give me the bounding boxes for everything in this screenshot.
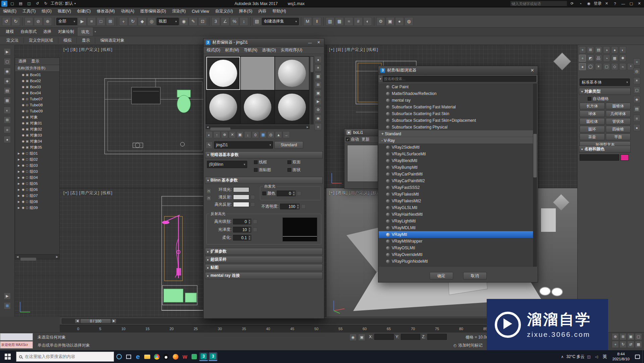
material-item[interactable]: VRayLightMtl <box>379 218 534 224</box>
mirror-icon[interactable]: M <box>303 17 312 26</box>
save-icon[interactable]: ◫ <box>25 0 33 7</box>
list-item[interactable]: ◉▣对象03 <box>15 132 59 138</box>
sample-slot[interactable] <box>206 91 240 124</box>
list-item[interactable]: ◉▣Box03 <box>15 84 59 90</box>
group-vray[interactable]: - V-Ray <box>379 137 534 144</box>
material-options-icon[interactable]: ⚙ <box>315 106 322 113</box>
list-item[interactable]: ◉▣Box04 <box>15 90 59 96</box>
orbit-icon[interactable]: ↻ <box>620 341 627 348</box>
workspace-combo[interactable]: 工作区: 默认▾ <box>51 1 76 6</box>
tray-volume-icon[interactable]: ◁ <box>593 353 600 360</box>
expand-arrow-icon[interactable]: ▶ <box>17 170 20 173</box>
unlink-selection-icon[interactable]: ⊘ <box>34 17 43 26</box>
expand-arrow-icon[interactable]: ▶ <box>17 194 20 197</box>
lock-ambient-diffuse-icon[interactable]: ⊓ <box>206 188 211 194</box>
menu-tools[interactable]: 工具(T) <box>19 7 39 15</box>
wire-checkbox[interactable]: 线框 <box>254 159 287 165</box>
zoom-extents-icon[interactable]: ▣ <box>627 333 634 340</box>
select-by-material-icon[interactable]: ◉ <box>315 115 322 122</box>
selection-lock-icon[interactable]: ▣ <box>358 334 365 341</box>
material-item[interactable]: VRayCarPaintMtl <box>379 171 534 177</box>
cancel-button[interactable]: 取消 <box>463 272 487 279</box>
me-menu-modes[interactable]: 模式(D) <box>204 47 223 54</box>
menu-animation[interactable]: 动画(A) <box>118 7 137 15</box>
explorer-hscrollbar[interactable]: ◀ ▶ <box>15 254 59 259</box>
select-and-move-icon[interactable]: ＋ <box>119 17 128 26</box>
visibility-icon[interactable]: ◉ <box>22 85 24 89</box>
mental-ray-rollout[interactable]: ▸mental ray 连接 <box>205 272 323 279</box>
list-item[interactable]: ▶◉◻组09 <box>15 205 59 211</box>
ribbon-tab-selection[interactable]: 选择 <box>40 28 54 36</box>
notification-bell-icon[interactable]: ◔ <box>577 0 584 7</box>
shader-rollout-header[interactable]: ▾明暗器基本参数 <box>205 151 323 158</box>
side-tool-dot-icon[interactable]: ● <box>633 124 640 131</box>
expand-arrow-icon[interactable]: ▶ <box>17 188 20 191</box>
tab-display-icon[interactable]: ▦ <box>611 55 618 62</box>
selection-filter-combo[interactable]: 全部▾ <box>56 18 77 25</box>
backlight-icon[interactable]: ☀ <box>315 64 322 71</box>
visibility-icon[interactable]: ◉ <box>22 152 24 155</box>
tab-utilities-icon[interactable]: ✱ <box>619 55 626 62</box>
scroll-left-icon[interactable]: ◀ <box>206 126 210 128</box>
edge-icon[interactable]: e <box>133 352 142 361</box>
name-color-rollout[interactable]: ▾名称和颜色 <box>579 146 631 153</box>
self-illum-spinner[interactable]: 0▲▼ <box>277 191 296 196</box>
material-item[interactable]: VRayPluginNodeMtl <box>379 258 534 265</box>
subcat-spacewarps-icon[interactable]: ≈ <box>619 63 626 70</box>
side-tool-layers-icon[interactable]: ▤ <box>633 105 640 112</box>
background-icon[interactable]: ▦ <box>315 73 322 80</box>
material-item[interactable]: VRayFlakesMtl <box>379 191 534 198</box>
two-sided-checkbox[interactable]: 双面 <box>287 159 321 165</box>
select-and-place-icon[interactable]: ◎ <box>147 17 156 26</box>
self-illum-color-checkbox[interactable]: 颜色 <box>262 191 275 196</box>
list-item[interactable]: ◉▣对象04 <box>15 138 59 144</box>
pan-icon[interactable]: ＋ <box>612 341 619 348</box>
create-teapot-button[interactable]: 茶壶 <box>580 134 605 140</box>
menu-content[interactable]: 内容 <box>255 7 269 15</box>
subcat-helpers-icon[interactable]: ◇ <box>611 63 618 70</box>
list-item[interactable]: ◉▣Box02 <box>15 78 59 84</box>
make-material-copy-icon[interactable]: ▣ <box>236 131 244 138</box>
left-tool-group-icon[interactable]: ⊞ <box>4 116 11 123</box>
visibility-icon[interactable]: ◉ <box>22 121 24 125</box>
list-item[interactable]: ◉▣对象 <box>15 114 59 120</box>
visibility-icon[interactable]: ◉ <box>22 158 24 161</box>
material-item[interactable]: VRayHairNextMtl <box>379 211 534 218</box>
max-active-icon[interactable]: 3 <box>209 352 217 361</box>
ribbon-tab-populate[interactable]: 填充 <box>78 28 93 36</box>
ime-indicator[interactable]: 英 <box>601 354 609 360</box>
visibility-icon[interactable]: ◉ <box>22 146 24 149</box>
material-item[interactable]: VRayFlakesMtl2 <box>379 198 534 204</box>
sample-slot[interactable] <box>275 57 309 90</box>
group-standard[interactable]: + Standard <box>379 131 534 137</box>
window-crossing-icon[interactable]: ⊞ <box>106 17 115 26</box>
expand-arrow-icon[interactable]: ▶ <box>17 176 20 179</box>
action-center-icon[interactable] <box>633 352 642 361</box>
menu-customize[interactable]: 自定义(U) <box>212 7 236 15</box>
material-item[interactable]: Matte/Shadow/Reflection <box>379 90 534 97</box>
me-menu-utilities[interactable]: 实用程序(U) <box>278 47 305 54</box>
spinner-snap-icon[interactable]: ↕ <box>239 17 248 26</box>
auto-update-checkbox[interactable]: ✓自动 <box>346 137 359 142</box>
left-tool-cylinder-icon[interactable]: ◉ <box>4 68 11 75</box>
material-item[interactable]: VRayOverrideMtl <box>379 251 534 258</box>
create-cylinder-button[interactable]: 圆柱体 <box>580 118 605 125</box>
ambient-color-swatch[interactable] <box>233 187 249 192</box>
expand-arrow-icon[interactable]: ▶ <box>17 164 20 167</box>
list-item[interactable]: ◉▣对象05 <box>15 144 59 150</box>
extra-tool-list-icon[interactable]: ▤ <box>595 46 602 53</box>
material-item[interactable]: VRayBlendMtl <box>379 157 534 164</box>
update-button[interactable]: 更新 <box>362 137 370 142</box>
faceted-checkbox[interactable]: 面状 <box>287 167 321 173</box>
opacity-map-button[interactable] <box>301 204 306 209</box>
browser-vscrollbar[interactable] <box>533 84 537 267</box>
z-field[interactable] <box>427 334 447 340</box>
render-setup-icon[interactable]: ⚙ <box>376 17 385 26</box>
expand-arrow-icon[interactable]: ▶ <box>17 200 20 203</box>
select-and-rotate-icon[interactable]: ↻ <box>128 17 137 26</box>
material-item[interactable]: VRayMDLMtl <box>379 224 534 231</box>
viewport-top-label[interactable]: [+] [顶] [用户定义] [线框] <box>63 47 113 53</box>
use-pivot-center-icon[interactable]: ◉ <box>179 17 188 26</box>
close-button[interactable]: ✕ <box>636 1 643 6</box>
time-tag[interactable]: ◴添加时间标记 <box>453 343 483 348</box>
